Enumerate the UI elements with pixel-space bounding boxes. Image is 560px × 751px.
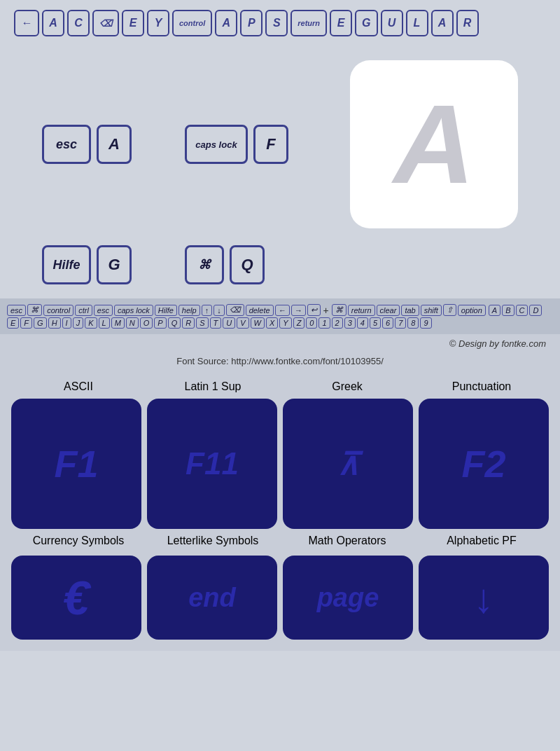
glyph-letter-g[interactable]: G: [34, 317, 47, 329]
glyph-letter-x[interactable]: X: [266, 317, 278, 329]
key-hilfe[interactable]: Hilfe: [42, 245, 91, 284]
glyph-letter-y[interactable]: Y: [279, 317, 291, 329]
key-capslock[interactable]: caps lock: [185, 125, 248, 164]
icon-card-ascii[interactable]: F1: [11, 399, 141, 529]
glyph-backspace[interactable]: ⌫: [226, 304, 244, 316]
nav-key-g1[interactable]: G: [355, 10, 377, 36]
glyph-down[interactable]: ↓: [214, 305, 225, 316]
glyph-letter-a[interactable]: A: [489, 305, 500, 316]
glyph-digit-8[interactable]: 8: [407, 317, 419, 329]
nav-key-back[interactable]: ←: [14, 10, 39, 36]
glyph-letter-f[interactable]: F: [20, 317, 32, 329]
glyph-up[interactable]: ↑: [202, 305, 213, 316]
glyph-option[interactable]: option: [458, 305, 486, 316]
glyph-digit-0[interactable]: 0: [306, 317, 317, 329]
icon-card-end[interactable]: end: [147, 556, 277, 640]
preview-area: esc A caps lock F A Hilfe G ⌘ Q: [0, 46, 560, 298]
icon-card-punct-label: F2: [461, 442, 505, 485]
glyph-letter-h[interactable]: H: [48, 317, 61, 329]
nav-key-a1[interactable]: A: [42, 10, 64, 36]
glyph-esc2[interactable]: esc: [94, 305, 113, 316]
glyph-letter-q[interactable]: Q: [168, 317, 181, 329]
nav-key-r[interactable]: R: [456, 10, 479, 36]
glyph-letter-j[interactable]: J: [73, 317, 84, 329]
nav-key-backspace[interactable]: ⌫: [92, 10, 119, 36]
glyph-digit-6[interactable]: 6: [382, 317, 393, 329]
glyph-capslock[interactable]: caps lock: [114, 305, 153, 316]
cat-label-punct: Punctuation: [414, 380, 549, 393]
glyph-esc[interactable]: esc: [7, 305, 26, 316]
glyph-letter-w[interactable]: W: [251, 317, 265, 329]
glyph-digit-4[interactable]: 4: [357, 317, 368, 329]
icon-card-page-label: page: [317, 583, 379, 613]
font-source: Font Source: http://www.fontke.com/font/…: [0, 353, 560, 369]
glyph-digit-9[interactable]: 9: [420, 317, 431, 329]
glyph-letter-s[interactable]: S: [196, 317, 208, 329]
glyph-digit-3[interactable]: 3: [344, 317, 356, 329]
bottom-section: ASCII Latin 1 Sup Greek Punctuation F1 F…: [0, 369, 560, 651]
glyph-help[interactable]: help: [178, 305, 200, 316]
glyph-letter-p[interactable]: P: [154, 317, 166, 329]
glyph-digit-1[interactable]: 1: [318, 317, 330, 329]
glyph-left[interactable]: ←: [275, 305, 290, 316]
glyph-cmd2[interactable]: ⌘: [332, 304, 346, 316]
glyph-letter-l[interactable]: L: [99, 317, 110, 329]
glyph-letter-o[interactable]: O: [140, 317, 153, 329]
glyph-return-arrow[interactable]: ↩: [307, 304, 321, 316]
key-cmd-symbol[interactable]: ⌘: [185, 245, 224, 284]
top-nav: ← A C ⌫ E Y control A P S return E G U L…: [0, 0, 560, 46]
glyph-letter-r[interactable]: R: [182, 317, 195, 329]
glyph-letter-k[interactable]: K: [85, 317, 97, 329]
icon-card-punct[interactable]: F2: [419, 399, 549, 529]
glyph-letter-i[interactable]: I: [62, 317, 71, 329]
nav-key-a2[interactable]: A: [215, 10, 237, 36]
nav-key-s[interactable]: S: [265, 10, 288, 36]
key-g-preview[interactable]: G: [97, 245, 132, 284]
icon-card-downarrow[interactable]: ↓: [419, 556, 549, 640]
nav-key-u[interactable]: U: [381, 10, 403, 36]
glyph-letter-z[interactable]: Z: [293, 317, 305, 329]
glyph-letter-d[interactable]: D: [529, 305, 542, 316]
key-a-preview1[interactable]: A: [97, 125, 132, 164]
nav-key-p[interactable]: P: [240, 10, 262, 36]
glyph-shift-arrow[interactable]: ⇧: [443, 304, 456, 316]
glyph-letter-m[interactable]: M: [111, 317, 125, 329]
nav-key-control[interactable]: control: [172, 10, 212, 36]
nav-key-l[interactable]: L: [406, 10, 428, 36]
glyph-letter-n[interactable]: N: [126, 317, 139, 329]
nav-key-c[interactable]: C: [67, 10, 90, 36]
glyph-letter-u[interactable]: U: [223, 317, 235, 329]
glyph-letter-b[interactable]: B: [502, 305, 514, 316]
icon-card-page[interactable]: page: [283, 556, 413, 640]
glyph-control[interactable]: control: [43, 305, 74, 316]
icon-card-latin[interactable]: F11: [147, 399, 277, 529]
key-f-preview[interactable]: F: [253, 125, 288, 164]
glyph-cmd[interactable]: ⌘: [27, 304, 42, 316]
glyph-right[interactable]: →: [291, 305, 306, 316]
nav-key-e2[interactable]: E: [330, 10, 352, 36]
nav-key-return1[interactable]: return: [290, 10, 327, 36]
nav-key-y1[interactable]: Y: [147, 10, 169, 36]
key-esc[interactable]: esc: [42, 125, 91, 164]
key-q-preview[interactable]: Q: [230, 245, 265, 284]
cat-label-ascii: ASCII: [11, 380, 146, 393]
nav-key-e1[interactable]: E: [122, 10, 144, 36]
glyph-return[interactable]: return: [348, 305, 375, 316]
glyph-letter-t[interactable]: T: [210, 317, 222, 329]
glyph-digit-7[interactable]: 7: [395, 317, 406, 329]
glyph-hilfe[interactable]: Hilfe: [155, 305, 177, 316]
icon-card-euro[interactable]: €: [11, 556, 141, 640]
glyph-digit-2[interactable]: 2: [332, 317, 343, 329]
glyph-ctrl[interactable]: ctrl: [75, 305, 92, 316]
glyph-letter-v[interactable]: V: [237, 317, 248, 329]
glyphs-strip: esc ⌘ control ctrl esc caps lock Hilfe h…: [0, 298, 560, 334]
icon-card-greek[interactable]: ⊼: [283, 399, 413, 529]
glyph-delete[interactable]: delete: [246, 305, 274, 316]
glyph-digit-5[interactable]: 5: [370, 317, 381, 329]
glyph-clear[interactable]: clear: [377, 305, 400, 316]
glyph-shift[interactable]: shift: [421, 305, 442, 316]
glyph-letter-c[interactable]: C: [516, 305, 528, 316]
nav-key-a3[interactable]: A: [431, 10, 454, 36]
glyph-tab[interactable]: tab: [401, 305, 419, 316]
glyph-letter-e[interactable]: E: [7, 317, 19, 329]
